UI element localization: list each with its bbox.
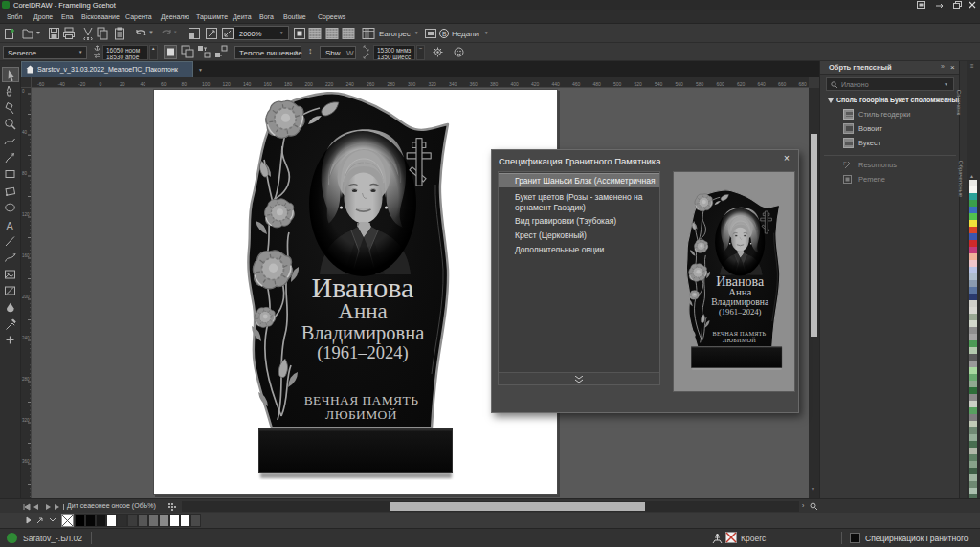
svg-text:120: 120 <box>223 81 232 87</box>
svg-text:360: 360 <box>22 459 30 464</box>
svg-text:-40: -40 <box>58 81 65 87</box>
svg-text:360: 360 <box>470 81 479 87</box>
svg-text:580: 580 <box>696 81 704 87</box>
svg-text:240: 240 <box>22 336 30 340</box>
svg-text:420: 420 <box>531 81 540 87</box>
svg-text:-60: -60 <box>37 81 44 87</box>
svg-text:B: B <box>442 31 447 37</box>
svg-text:620: 620 <box>737 81 746 87</box>
svg-text:200: 200 <box>305 81 314 87</box>
svg-text:520: 520 <box>635 81 643 87</box>
svg-text:140: 140 <box>243 81 252 87</box>
svg-text:40: 40 <box>141 81 146 87</box>
svg-text:280: 280 <box>22 377 30 382</box>
svg-text:640: 640 <box>758 81 767 87</box>
svg-text:260: 260 <box>367 81 375 87</box>
svg-text:320: 320 <box>22 418 30 423</box>
svg-text:280: 280 <box>388 81 396 87</box>
svg-text:80: 80 <box>22 171 28 176</box>
svg-text:300: 300 <box>408 81 416 87</box>
svg-text:340: 340 <box>449 81 457 87</box>
svg-text:20: 20 <box>120 81 125 87</box>
svg-text:500: 500 <box>613 81 622 87</box>
svg-text:220: 220 <box>325 81 334 87</box>
svg-text:100: 100 <box>202 81 211 87</box>
svg-text:480: 480 <box>593 81 602 87</box>
svg-text:160: 160 <box>264 81 273 87</box>
svg-text:600: 600 <box>717 81 725 87</box>
svg-text:180: 180 <box>284 81 293 87</box>
svg-text:-20: -20 <box>78 81 85 87</box>
svg-text:A: A <box>7 219 14 230</box>
svg-text:460: 460 <box>572 81 581 87</box>
svg-text:380: 380 <box>490 81 499 87</box>
svg-text:680: 680 <box>799 81 808 87</box>
svg-text:160: 160 <box>22 253 30 258</box>
svg-text:0: 0 <box>100 81 102 87</box>
svg-text:40: 40 <box>22 130 28 135</box>
svg-text:660: 660 <box>778 81 787 87</box>
svg-text:200: 200 <box>22 295 30 299</box>
svg-text:400: 400 <box>511 81 520 87</box>
svg-text:560: 560 <box>676 81 684 87</box>
svg-text:240: 240 <box>346 81 355 87</box>
svg-text:440: 440 <box>552 81 561 87</box>
svg-text:120: 120 <box>22 212 30 217</box>
svg-text:540: 540 <box>655 81 663 87</box>
svg-text:320: 320 <box>429 81 437 87</box>
svg-text:F: F <box>843 161 847 166</box>
svg-text:80: 80 <box>182 81 188 87</box>
svg-text:0: 0 <box>22 89 25 94</box>
svg-text:60: 60 <box>161 81 167 87</box>
